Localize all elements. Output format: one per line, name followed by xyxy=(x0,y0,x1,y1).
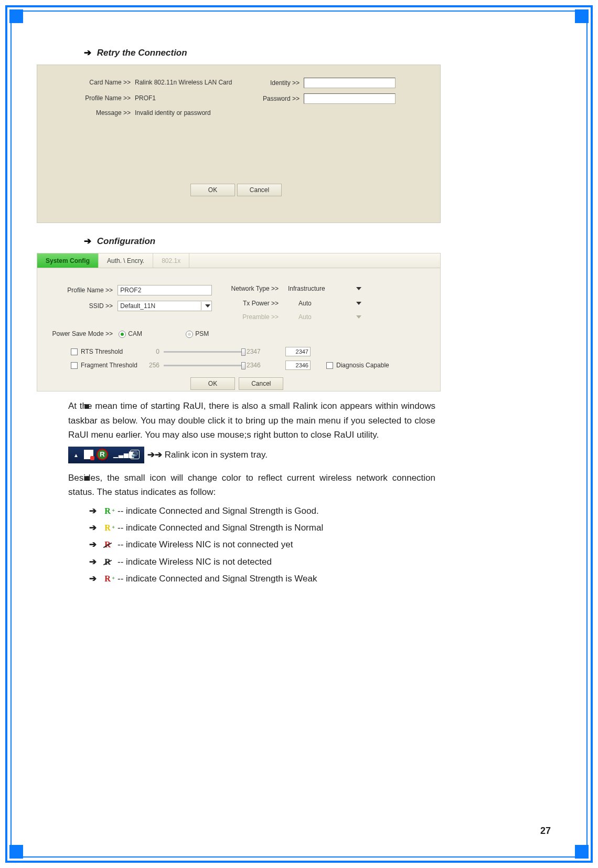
password-label: Password >> xyxy=(258,95,300,102)
chevron-down-icon xyxy=(356,315,361,319)
frag-checkbox[interactable] xyxy=(71,362,78,369)
message-label: Message >> xyxy=(83,109,131,117)
rts-slider[interactable] xyxy=(164,351,242,353)
preamble-label: Preamble >> xyxy=(231,313,279,321)
profile-name-label: Profile Name >> xyxy=(60,287,113,294)
frag-label: Fragment Threshold xyxy=(81,362,144,369)
tabs: System Config Auth. \ Encry. 802.1x xyxy=(37,253,440,268)
psm-radio[interactable]: PSM xyxy=(186,330,209,337)
ralink-black-slash-icon: R xyxy=(102,557,113,567)
network-type-label: Network Type >> xyxy=(221,285,279,292)
status-list: ➔R -- indicate Connected and Signal Stre… xyxy=(89,503,561,587)
status-normal: -- indicate Connected and Signal Strengt… xyxy=(118,520,323,536)
tx-power-label: Tx Power >> xyxy=(231,300,279,307)
tab-8021x: 802.1x xyxy=(153,253,189,268)
preamble-value: Auto xyxy=(298,313,312,321)
arrow-icon: ➔ xyxy=(89,520,97,536)
ssid-value: Default_11N xyxy=(120,302,155,310)
heading-config-text: Configuration xyxy=(97,236,155,246)
frag-slider[interactable] xyxy=(164,365,242,366)
identity-label: Identity >> xyxy=(263,79,300,87)
rts-min: 0 xyxy=(144,348,159,355)
tray-network-icon xyxy=(84,450,93,459)
page-content: ➔ Retry the Connection Card Name >> Rali… xyxy=(37,21,561,847)
square-bullet-icon: ■ xyxy=(84,399,90,414)
ok-button[interactable]: OK xyxy=(190,377,235,390)
arrow-icon: ➔ xyxy=(89,554,97,570)
frag-value[interactable]: 2346 xyxy=(285,361,311,370)
slider-thumb-icon xyxy=(241,362,245,369)
rts-max: 2347 xyxy=(247,348,264,355)
cancel-button[interactable]: Cancel xyxy=(239,377,283,390)
heading-retry: ➔ Retry the Connection xyxy=(84,47,561,58)
frag-max: 2346 xyxy=(247,362,264,369)
tray-ralink-icon: R xyxy=(97,449,108,460)
card-name-label: Card Name >> xyxy=(74,79,131,86)
rts-label: RTS Threshold xyxy=(81,348,144,355)
ralink-red-icon: R xyxy=(102,574,113,584)
password-input[interactable] xyxy=(304,93,396,104)
corner-bl xyxy=(9,845,23,859)
diag-checkbox-group[interactable]: Diagnosis Capable xyxy=(326,362,389,369)
status-weak: -- indicate Connected and Signal Strengt… xyxy=(118,570,317,587)
arrow-icon: ➔ xyxy=(89,570,97,587)
config-panel: System Config Auth. \ Encry. 802.1x Prof… xyxy=(37,253,441,391)
network-type-value: Infrastructure xyxy=(288,285,325,292)
ssid-field[interactable]: Default_11N xyxy=(118,301,212,311)
chevron-down-icon xyxy=(356,302,361,305)
corner-tl xyxy=(9,9,23,23)
credentials-panel: Card Name >> Ralink 802.11n Wireless LAN… xyxy=(37,65,441,223)
cam-radio[interactable]: CAM xyxy=(119,330,142,337)
frag-min: 256 xyxy=(144,362,159,369)
tx-power-dropdown[interactable]: Auto xyxy=(298,300,361,307)
corner-tr xyxy=(575,9,589,23)
arrow-icon: ➔ xyxy=(89,503,97,520)
heading-config: ➔ Configuration xyxy=(84,236,561,247)
arrow-icon: ➔ xyxy=(89,536,97,553)
status-good: -- indicate Connected and Signal Strengt… xyxy=(118,503,319,520)
message-value: Invalid identity or password xyxy=(135,109,211,117)
profile-name-value: PROF1 xyxy=(135,94,156,102)
heading-retry-text: Retry the Connection xyxy=(97,48,187,58)
slider-thumb-icon xyxy=(241,348,245,356)
paragraph-1: ■ At the mean time of starting RaUI, the… xyxy=(68,399,435,442)
paragraph-2-text: Besides, the small icon will change colo… xyxy=(68,473,435,497)
ssid-label: SSID >> xyxy=(60,302,113,310)
profile-name-field[interactable]: PROF2 xyxy=(118,285,212,295)
radio-on-icon xyxy=(119,331,126,338)
profile-name-label: Profile Name >> xyxy=(69,94,131,102)
preamble-dropdown: Auto xyxy=(298,313,361,321)
tray-speaker-icon: 🔊 xyxy=(130,450,140,459)
rts-checkbox[interactable] xyxy=(71,348,78,355)
diag-checkbox[interactable] xyxy=(326,362,333,369)
chevron-down-icon xyxy=(205,304,210,308)
ok-button[interactable]: OK xyxy=(190,184,235,196)
tray-arrow-icon: ▲ xyxy=(73,452,79,458)
square-bullet-icon: ■ xyxy=(84,471,90,486)
network-type-dropdown[interactable]: Infrastructure xyxy=(288,285,361,292)
chevron-down-icon xyxy=(356,287,361,290)
tab-system-config[interactable]: System Config xyxy=(37,253,99,268)
identity-input[interactable] xyxy=(304,78,396,88)
corner-br xyxy=(575,845,589,859)
ralink-red-slash-icon: R xyxy=(102,540,113,549)
paragraph-2: ■ Besides, the small icon will change co… xyxy=(68,471,435,500)
status-notdet: -- indicate Wireless NIC is not detected xyxy=(118,554,272,570)
system-tray-image: ▲ R ▁▃▅▇ 🔊 xyxy=(68,447,144,463)
arrow-icon: ➔ xyxy=(84,48,91,58)
status-notconn: -- indicate Wireless NIC is not connecte… xyxy=(118,536,293,553)
arrow-icon: ➔ xyxy=(84,236,91,246)
arrow-icon: ➔➔ xyxy=(147,450,162,460)
ralink-green-icon: R xyxy=(102,506,113,516)
card-name-value: Ralink 802.11n Wireless LAN Card xyxy=(135,79,232,86)
systray-caption: Ralink icon in system tray. xyxy=(165,450,268,460)
tx-power-value: Auto xyxy=(298,300,312,307)
page-number: 27 xyxy=(540,825,551,837)
rts-value[interactable]: 2347 xyxy=(285,347,311,356)
cancel-button[interactable]: Cancel xyxy=(237,184,282,196)
ralink-yellow-icon: R xyxy=(102,523,113,533)
paragraph-1-text: At the mean time of starting RaUI, there… xyxy=(68,401,435,440)
radio-off-icon xyxy=(186,331,193,338)
tab-auth-encry[interactable]: Auth. \ Encry. xyxy=(99,253,153,268)
power-save-mode-label: Power Save Mode >> xyxy=(47,330,113,337)
